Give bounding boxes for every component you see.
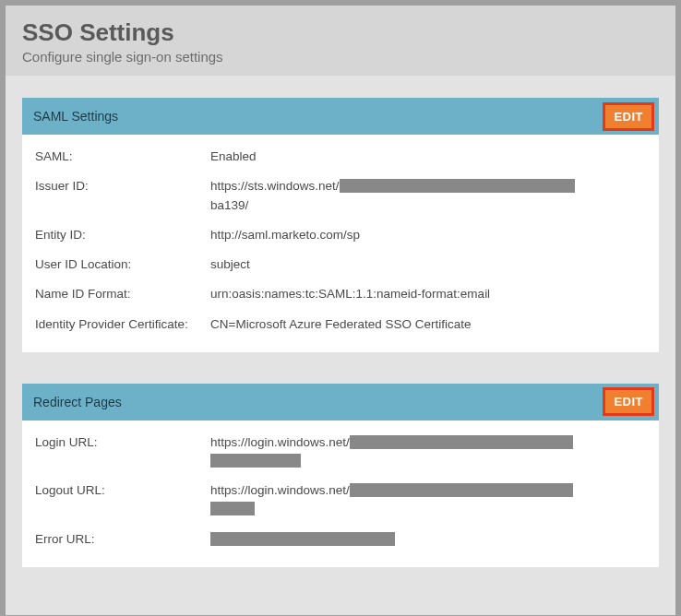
- field-row-login: Login URL: https://login.windows.net/: [35, 433, 646, 471]
- issuer-prefix: https://sts.windows.net/: [210, 179, 340, 193]
- saml-panel-title: SAML Settings: [33, 109, 118, 124]
- saml-label: SAML:: [35, 148, 210, 166]
- field-row-error: Error URL:: [35, 530, 646, 549]
- logout-prefix: https://login.windows.net/: [210, 483, 350, 497]
- login-prefix: https://login.windows.net/: [210, 435, 350, 449]
- login-label: Login URL:: [35, 433, 210, 452]
- field-row-userid: User ID Location: subject: [35, 255, 646, 274]
- idp-value: CN=Microsoft Azure Federated SSO Certifi…: [210, 315, 646, 334]
- redacted-error: [210, 532, 395, 546]
- page-header: SSO Settings Configure single sign-on se…: [6, 6, 675, 76]
- saml-edit-button[interactable]: EDIT: [605, 105, 651, 128]
- field-row-nameid: Name ID Format: urn:oasis:names:tc:SAML:…: [35, 285, 646, 303]
- redirect-panel-body: Login URL: https://login.windows.net/ Lo…: [22, 421, 659, 567]
- saml-panel-header: SAML Settings EDIT: [22, 98, 659, 135]
- redacted-login-2: [210, 454, 301, 468]
- entity-value: http://saml.marketo.com/sp: [210, 226, 646, 244]
- redacted-login-1: [350, 435, 573, 449]
- issuer-label: Issuer ID:: [35, 177, 210, 195]
- page-subtitle: Configure single sign-on settings: [22, 49, 659, 65]
- field-row-idp: Identity Provider Certificate: CN=Micros…: [35, 315, 646, 334]
- app-frame: SSO Settings Configure single sign-on se…: [0, 0, 681, 616]
- content-area: SAML Settings EDIT SAML: Enabled Issuer …: [6, 76, 675, 615]
- entity-label: Entity ID:: [35, 226, 210, 244]
- redirect-edit-button[interactable]: EDIT: [605, 390, 651, 413]
- logout-value: https://login.windows.net/: [210, 481, 646, 519]
- saml-panel-body: SAML: Enabled Issuer ID: https://sts.win…: [22, 135, 659, 352]
- logout-label: Logout URL:: [35, 481, 210, 500]
- page-title: SSO Settings: [22, 18, 659, 47]
- userid-value: subject: [210, 255, 646, 274]
- issuer-value: https://sts.windows.net/ ba139/: [210, 177, 646, 215]
- field-row-issuer: Issuer ID: https://sts.windows.net/ ba13…: [35, 177, 646, 215]
- issuer-suffix: ba139/: [210, 198, 248, 212]
- redacted-logout-2: [210, 502, 255, 515]
- redirect-pages-panel: Redirect Pages EDIT Login URL: https://l…: [22, 384, 659, 567]
- error-label: Error URL:: [35, 530, 210, 549]
- userid-label: User ID Location:: [35, 255, 210, 274]
- saml-value: Enabled: [210, 148, 646, 166]
- idp-label: Identity Provider Certificate:: [35, 315, 210, 334]
- error-value: [210, 530, 646, 549]
- redirect-panel-header: Redirect Pages EDIT: [22, 384, 659, 421]
- field-row-entity: Entity ID: http://saml.marketo.com/sp: [35, 226, 646, 244]
- field-row-logout: Logout URL: https://login.windows.net/: [35, 481, 646, 519]
- login-value: https://login.windows.net/: [210, 433, 646, 471]
- nameid-label: Name ID Format:: [35, 285, 210, 303]
- nameid-value: urn:oasis:names:tc:SAML:1.1:nameid-forma…: [210, 285, 646, 303]
- saml-settings-panel: SAML Settings EDIT SAML: Enabled Issuer …: [22, 98, 659, 352]
- field-row-saml: SAML: Enabled: [35, 148, 646, 166]
- redacted-issuer-1: [340, 179, 575, 193]
- redacted-logout-1: [350, 483, 573, 497]
- redirect-panel-title: Redirect Pages: [33, 395, 122, 409]
